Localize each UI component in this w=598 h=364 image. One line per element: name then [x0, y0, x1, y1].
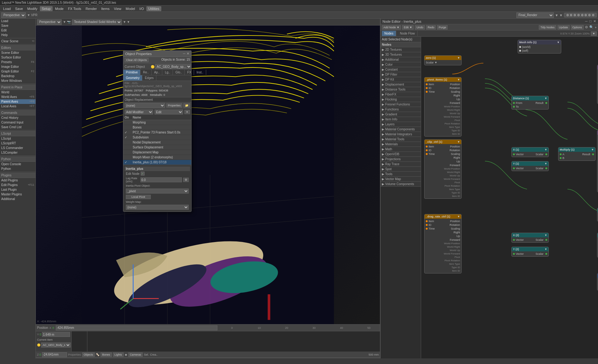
viewport-options[interactable]: ▼ ▼ [123, 20, 130, 24]
plus-icon[interactable]: + [595, 26, 597, 29]
menu-utilities[interactable]: Utilities [146, 6, 161, 11]
options-gear[interactable]: ⚙ [585, 25, 588, 29]
menu-model[interactable]: Model [124, 6, 137, 11]
x1-node[interactable]: X (1) ▼ Vector Scalar [511, 147, 549, 157]
sidebar-surface-editor[interactable]: Surface Editor [0, 55, 36, 60]
sidebar-additional[interactable]: Additional [0, 197, 36, 201]
sidebar-graph-editor[interactable]: Graph EditorF2 [0, 69, 36, 74]
lag-rate-btn[interactable]: ⚙ [183, 178, 189, 182]
sidebar-master-plugins[interactable]: Master Plugins [0, 192, 36, 197]
y-input[interactable] [42, 332, 70, 337]
sidebar-save[interactable]: Save [0, 23, 36, 28]
minimize-btn[interactable]: ─ [183, 52, 185, 56]
node-displacement[interactable]: ▶ Displacement [381, 82, 421, 87]
menu-io[interactable]: I/O [137, 6, 146, 11]
tab-fx[interactable]: FX [185, 70, 194, 75]
sidebar-load[interactable]: Load [0, 19, 36, 23]
weight-map-select[interactable]: (none) [126, 205, 189, 210]
node-volume-components[interactable]: ▶ Volume Components [381, 182, 421, 187]
sidebar-world[interactable]: World [0, 90, 36, 95]
distance-node[interactable]: Distance (1) ▼ From Result To [511, 96, 549, 110]
clear-all-objects-btn[interactable]: Clear All Objects [125, 58, 149, 62]
menu-mode[interactable]: Mode [53, 6, 66, 11]
y2-expand[interactable]: ▼ [544, 248, 547, 251]
local-pivot-btn[interactable]: Local Pivot [126, 195, 151, 199]
current-item-dropdown[interactable]: AC_GEO_Body_sp_v003.body [41, 343, 71, 348]
tidy-nodes-btn[interactable]: Tidy Nodes [539, 25, 556, 30]
menu-view[interactable]: View [112, 6, 123, 11]
viewport-main[interactable]: X: -424.855mm Object Properties ─ ✕ Clea… [36, 26, 380, 324]
tab-lg[interactable]: Lg.. [162, 70, 173, 75]
tab-re[interactable]: Re.. [140, 70, 151, 75]
node-dp-kit[interactable]: ▶ DP Kit [381, 77, 421, 82]
modifier-subdivision[interactable]: ✓ Subdivision [123, 135, 191, 140]
tab-nodes[interactable]: Nodes [382, 31, 396, 36]
node-materials[interactable]: ▶ Materials [381, 142, 421, 147]
menu-load[interactable]: Load [1, 6, 12, 11]
node-math[interactable]: ▶ Math [381, 147, 421, 152]
add-modifier-select[interactable]: Add Modifier [125, 110, 153, 114]
sidebar-backdrop[interactable]: Backdrop [0, 74, 36, 78]
sidebar-parent-axes[interactable]: Parent Axes+F6 [0, 99, 36, 104]
node-fresnel[interactable]: ▶ Fresnel Functions [381, 102, 421, 107]
x1-expand[interactable]: ▼ [544, 148, 547, 151]
search-icon[interactable]: 🔍 [589, 25, 594, 29]
modifier-bones[interactable]: Bones [123, 125, 191, 130]
node-functions[interactable]: ▶ Functions [381, 107, 421, 112]
node-material-tools[interactable]: ▶ Material Tools [381, 137, 421, 142]
pivot-expand[interactable]: ▼ [457, 78, 460, 81]
sidebar-lscompiler[interactable]: LSCompiler [0, 150, 36, 155]
z-input[interactable] [42, 352, 67, 357]
node-minimize-btn[interactable]: ─ [585, 19, 588, 23]
y1-expand[interactable]: ▼ [544, 162, 547, 165]
node-material-components[interactable]: ▶ Material Components [381, 127, 421, 132]
replacement-select[interactable]: (none) [125, 103, 165, 108]
mesh-info-node[interactable]: Mesh Info (1) ▼ (world) (self) [518, 40, 561, 54]
node-gradient[interactable]: ▶ Gradient [381, 112, 421, 117]
perspective-select[interactable]: Perspective [1, 12, 26, 18]
lights-btn[interactable]: Lights [113, 352, 124, 357]
x-input[interactable] [56, 325, 218, 330]
clip-ctrl-node[interactable]: _clip_ctrl (1) ▼ Item Position ID Rotati… [424, 139, 462, 199]
modifier-nodal[interactable]: Nodal Displacement [123, 140, 191, 145]
node-openvdb[interactable]: ▶ OpenVDB [381, 152, 421, 157]
tab-primitive[interactable]: Primitive [123, 70, 140, 75]
sidebar-local-axes[interactable]: Local Axes+F7 [0, 104, 36, 109]
lag-rate-input[interactable] [140, 177, 182, 182]
drag-expand[interactable]: ▼ [457, 215, 460, 218]
menu-setup[interactable]: Setup [40, 6, 53, 11]
multiply-expand[interactable]: ▼ [591, 148, 594, 151]
options-btn[interactable]: Options [571, 25, 584, 30]
render-select[interactable]: Final_Render [516, 12, 554, 18]
purge-btn[interactable]: Purge [437, 25, 448, 30]
node-maximize-btn[interactable]: □ [589, 19, 591, 23]
subtab-geometry[interactable]: Geometry [123, 75, 142, 81]
sidebar-open-console[interactable]: Open Console [0, 162, 36, 166]
modifier-inertia[interactable]: ✓ Inertia_plus (1.00) 07/18 [123, 160, 191, 165]
modifier-morphing[interactable]: Morphing [123, 120, 191, 125]
viewport-shading-select[interactable]: Textured Shaded Solid Wireframe [72, 19, 122, 25]
undo-btn[interactable]: Undo [415, 25, 425, 30]
bones-btn[interactable]: Bones [101, 352, 112, 357]
tab-node-flow[interactable]: Node Flow [397, 31, 418, 36]
sidebar-add-plugins[interactable]: Add Plugins [0, 178, 36, 183]
sidebar-python[interactable]: Python [0, 166, 36, 171]
add-node-btn[interactable]: Add Node ▼ [382, 25, 401, 30]
node-spot[interactable]: ▶ Spot [381, 167, 421, 172]
sidebar-clear-scene[interactable]: Clear Scene +I [0, 39, 36, 44]
objects-btn[interactable]: Objects [82, 352, 95, 357]
tab-glo[interactable]: Glo.. [173, 70, 185, 75]
sidebar-edit-plugins[interactable]: Edit Plugins+F11 [0, 183, 36, 187]
sidebar-cmd-input[interactable]: Command Input [0, 120, 36, 125]
current-object-select[interactable]: AC_GEO_Body_sp... [155, 64, 192, 69]
properties-btn[interactable]: Properties [166, 103, 182, 108]
pivot-items-node[interactable]: _pivot_Items (1) ▼ Item Position ID Rota… [424, 77, 462, 137]
modifier-morph-mixer[interactable]: Morph Mixer (2 endomorphs) [123, 155, 191, 160]
edit-select[interactable]: Edit [154, 110, 183, 114]
menu-items[interactable]: Items [99, 6, 112, 11]
x2-expand[interactable]: ▼ [544, 234, 547, 237]
sidebar-last-plugin[interactable]: Last Plugin [0, 187, 36, 192]
object-properties-dialog[interactable]: Object Properties ─ ✕ Clear All Objects … [123, 50, 192, 212]
modifier-remove-btn[interactable]: ✕ [184, 110, 190, 114]
zero-expand[interactable]: ▼ [457, 56, 460, 59]
